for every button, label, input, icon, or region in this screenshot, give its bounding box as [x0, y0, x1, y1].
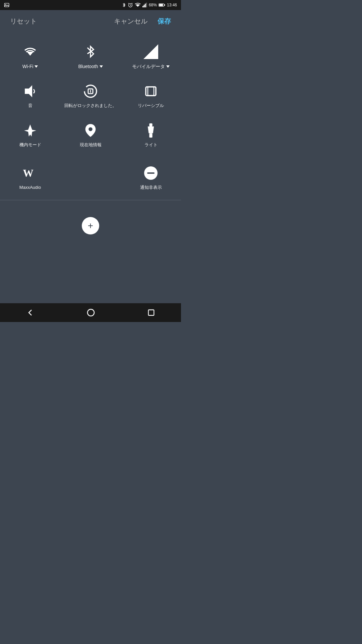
svg-point-28 — [87, 309, 94, 316]
add-tile-row: + — [0, 204, 181, 248]
reset-button[interactable]: リセット — [10, 17, 37, 26]
svg-rect-24 — [149, 133, 152, 138]
alarm-icon — [128, 2, 133, 8]
svg-text:W: W — [23, 167, 34, 179]
svg-marker-13 — [27, 52, 34, 56]
airplane-mode-label: 機内モード — [19, 142, 41, 148]
svg-rect-8 — [145, 4, 146, 7]
sound-label: 音 — [28, 103, 33, 109]
svg-rect-19 — [146, 87, 156, 96]
time-display: 13:46 — [167, 3, 177, 7]
svg-line-4 — [132, 3, 132, 4]
location-label: 現在地情報 — [80, 142, 102, 148]
battery-icon — [159, 3, 165, 7]
svg-rect-6 — [142, 6, 143, 7]
tile-rotation-lock[interactable]: 回転がロックされました。 — [60, 75, 121, 115]
home-button[interactable] — [87, 309, 95, 317]
svg-rect-7 — [143, 5, 144, 7]
section-divider — [0, 200, 181, 200]
bluetooth-label: Bluetooth — [78, 63, 103, 69]
svg-rect-0 — [4, 3, 9, 7]
bottom-navigation — [0, 303, 181, 322]
reversible-icon — [142, 83, 159, 100]
back-button[interactable] — [26, 309, 34, 317]
rotation-lock-icon — [82, 83, 99, 100]
svg-marker-14 — [143, 44, 158, 59]
svg-rect-12 — [164, 4, 165, 6]
svg-rect-11 — [159, 4, 163, 6]
bluetooth-chevron — [100, 65, 103, 68]
status-bar: 68% 13:46 — [0, 0, 181, 10]
svg-line-3 — [128, 3, 129, 4]
tile-maxx-audio[interactable]: W MaxxAudio — [0, 157, 60, 197]
bottom-tiles-grid: W MaxxAudio 通知非表示 — [0, 157, 181, 197]
recents-button[interactable] — [147, 309, 155, 316]
reversible-label: リバーシブル — [138, 103, 164, 109]
dnd-label: 通知非表示 — [140, 185, 162, 191]
svg-rect-20 — [148, 87, 154, 96]
maxx-audio-label: MaxxAudio — [19, 185, 41, 191]
cancel-button[interactable]: キャンセル — [114, 17, 147, 26]
svg-rect-27 — [147, 172, 155, 174]
svg-point-21 — [88, 127, 93, 131]
action-bar: リセット キャンセル 保存 — [0, 10, 181, 33]
tile-dnd[interactable]: 通知非表示 — [121, 157, 181, 197]
save-button[interactable]: 保存 — [158, 17, 171, 26]
dnd-icon — [142, 165, 159, 181]
home-icon — [87, 309, 95, 317]
tiles-grid: Wi-Fi Bluetooth モバイルデータ — [0, 33, 181, 157]
battery-percent: 68% — [149, 3, 157, 7]
tile-sound[interactable]: 音 — [0, 75, 60, 115]
svg-marker-5 — [136, 5, 140, 7]
svg-rect-9 — [146, 3, 147, 7]
tile-location[interactable]: 現在地情報 — [60, 115, 121, 154]
tile-airplane-mode[interactable]: 機内モード — [0, 115, 60, 154]
wifi-icon — [22, 43, 39, 60]
wifi-label: Wi-Fi — [22, 63, 38, 69]
sound-icon — [22, 83, 39, 100]
tile-flashlight[interactable]: ライト — [121, 115, 181, 154]
svg-rect-29 — [148, 310, 154, 316]
mobile-data-label: モバイルデータ — [132, 63, 170, 69]
bluetooth-status-icon — [122, 2, 126, 8]
svg-marker-23 — [148, 126, 154, 133]
tile-empty — [60, 157, 121, 197]
add-tile-button[interactable]: + — [82, 217, 99, 234]
image-icon — [4, 3, 9, 7]
mobile-data-icon — [142, 43, 159, 60]
location-icon — [82, 122, 99, 139]
wifi-status-icon — [135, 3, 141, 7]
bluetooth-tile-icon — [82, 43, 99, 60]
maxx-audio-icon: W — [22, 165, 39, 181]
tile-wifi[interactable]: Wi-Fi — [0, 36, 60, 75]
flashlight-icon — [142, 122, 159, 139]
svg-marker-15 — [25, 85, 32, 97]
rotation-lock-label: 回転がロックされました。 — [64, 103, 117, 109]
tile-mobile-data[interactable]: モバイルデータ — [121, 36, 181, 75]
tile-reversible[interactable]: リバーシブル — [121, 75, 181, 115]
recents-icon — [147, 309, 155, 316]
airplane-icon — [22, 122, 39, 139]
status-icons: 68% 13:46 — [122, 2, 177, 8]
svg-rect-22 — [149, 123, 152, 126]
wifi-chevron — [35, 65, 38, 68]
back-icon — [26, 309, 34, 317]
mobile-data-chevron — [166, 65, 170, 68]
flashlight-label: ライト — [144, 142, 158, 148]
signal-icon — [142, 3, 147, 7]
tile-bluetooth[interactable]: Bluetooth — [60, 36, 121, 75]
